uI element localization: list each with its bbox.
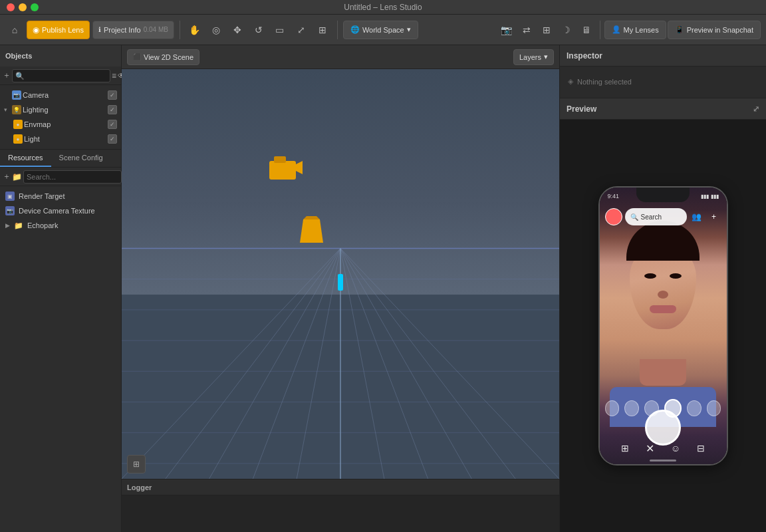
preview-header: Preview ⤢: [560, 98, 766, 120]
phone-snap-ui: 9:41 ▮▮▮ ▮▮▮ 🔍: [600, 188, 727, 464]
viewport-bottom-toolbar: ⊞: [127, 455, 146, 473]
light-label: Light: [24, 135, 106, 143]
display-icon: 🖥: [582, 25, 591, 35]
flip-icon: ⇄: [523, 25, 531, 35]
logger-header: Logger: [122, 479, 559, 495]
svg-marker-21: [296, 161, 303, 174]
light-visibility-check[interactable]: ✓: [108, 134, 117, 144]
envmap-visibility-check[interactable]: ✓: [108, 120, 117, 129]
grid-btn[interactable]: ⊞: [537, 21, 556, 39]
yellow-object-top: [266, 151, 306, 190]
snap-search-bar[interactable]: 🔍 Search: [625, 208, 687, 225]
tree-arrow-lighting: ▾: [4, 106, 11, 113]
lenses-icon: 👤: [612, 25, 621, 34]
tree-item-camera[interactable]: 📷 Camera ✓: [0, 88, 121, 102]
moon-icon: ☽: [562, 25, 571, 35]
camera-icon: 📷: [501, 25, 512, 35]
preview-snapchat-button[interactable]: 📱 Preview in Snapchat: [668, 21, 761, 39]
objects-section: Objects ＋ ≡ 👁 ▼ 📷 Camera ✓ ▾: [0, 45, 121, 150]
my-lenses-button[interactable]: 👤 My Lenses: [604, 21, 666, 39]
project-info-button[interactable]: ℹ Project Info 0.04 MB: [92, 21, 174, 39]
globe-icon: 🌐: [350, 25, 360, 34]
flip-btn[interactable]: ⇄: [517, 21, 536, 39]
close-button[interactable]: [7, 3, 15, 11]
extra-tool-button[interactable]: ⊞: [313, 21, 332, 39]
viewport-grid-icon: ⊞: [133, 460, 140, 469]
objects-list-view-button[interactable]: ≡: [112, 68, 116, 83]
capture-spacer-left: [617, 419, 634, 436]
lighting-label: Lighting: [23, 106, 106, 114]
window-title: Untitled – Lens Studio: [344, 3, 422, 12]
close-circle-icon[interactable]: ✕: [646, 442, 654, 455]
tree-item-envmap[interactable]: ● Envmap ✓: [0, 117, 121, 132]
preview-content: 9:41 ▮▮▮ ▮▮▮ 🔍: [560, 120, 766, 532]
move-icon: ✋: [189, 25, 200, 35]
tree-item-lighting[interactable]: ▾ 💡 Lighting ✓: [0, 102, 121, 117]
preview-pop-out-button[interactable]: ⤢: [753, 104, 759, 114]
transform-tool-button[interactable]: ✥: [228, 21, 247, 39]
friends-icon: 👥: [690, 209, 704, 224]
memories-icon[interactable]: ⊞: [621, 443, 629, 454]
viewport-grid: [122, 172, 559, 479]
camera-overlay-btn[interactable]: 📷: [497, 21, 516, 39]
view-2d-button[interactable]: ⬛ View 2D Scene: [127, 49, 199, 65]
scale-tool-button[interactable]: ⤢: [292, 21, 311, 39]
moon-btn[interactable]: ☽: [557, 21, 576, 39]
resource-folder-button[interactable]: 📁: [12, 170, 22, 184]
move-tool-button[interactable]: ✋: [186, 21, 204, 39]
select-tool-button[interactable]: ◎: [207, 21, 225, 39]
battery-icon: ▮▮▮: [711, 194, 719, 200]
res-item-render-target[interactable]: ▣ Render Target: [0, 189, 121, 203]
res-item-device-camera[interactable]: 📷 Device Camera Texture: [0, 203, 121, 218]
camera-label: Camera: [23, 91, 106, 99]
svg-line-11: [340, 249, 559, 479]
resources-search-input[interactable]: [23, 170, 122, 184]
undo-button[interactable]: ↺: [249, 21, 268, 39]
render-target-label: Render Target: [19, 192, 65, 200]
objects-search-input[interactable]: [12, 69, 110, 82]
undo-icon: ↺: [255, 25, 263, 35]
inspector-header: Inspector: [560, 45, 766, 66]
maximize-button[interactable]: [31, 3, 39, 11]
nothing-selected: ◈ Nothing selected: [560, 66, 766, 96]
capture-spacer-right: [692, 419, 709, 436]
tab-scene-config[interactable]: Scene Config: [51, 150, 111, 167]
grid-view-icon[interactable]: ⊟: [697, 443, 705, 454]
camera-visibility-check[interactable]: ✓: [108, 90, 117, 100]
viewport-toolbar: ⬛ View 2D Scene Layers ▾: [122, 45, 559, 69]
svg-rect-22: [274, 156, 286, 163]
center-panel: ⬛ View 2D Scene Layers ▾ Triangles 0 0 B…: [122, 45, 560, 532]
phone-notch: [636, 188, 690, 202]
rect-tool-button[interactable]: ▭: [271, 21, 289, 39]
add-resource-button[interactable]: ＋: [3, 170, 11, 184]
phone-action-row: ⊞ ✕ ☺ ⊟: [600, 438, 727, 459]
chair-object-icon: [297, 213, 326, 246]
view-2d-icon: ⬛: [133, 53, 141, 61]
add-object-button[interactable]: ＋: [3, 68, 11, 83]
svg-marker-23: [300, 219, 323, 243]
snap-avatar: [605, 208, 622, 225]
resources-list: ▣ Render Target 📷 Device Camera Texture …: [0, 186, 121, 532]
svg-line-8: [340, 249, 428, 479]
res-item-echopark[interactable]: ▶ 📁 Echopark: [0, 218, 121, 233]
tree-item-light[interactable]: ● Light ✓: [0, 132, 121, 146]
viewport-3d-container[interactable]: Triangles 0 0 Blendshapes 0 0 Joints 0 0: [122, 69, 559, 479]
lighting-tree-icon: 💡: [12, 105, 21, 114]
lighting-visibility-check[interactable]: ✓: [108, 105, 117, 114]
cyan-axis-indicator: [338, 274, 343, 291]
svg-line-2: [166, 249, 340, 479]
window-controls[interactable]: [7, 3, 39, 11]
layers-button[interactable]: Layers ▾: [513, 49, 554, 65]
home-button[interactable]: ⌂: [5, 21, 24, 39]
viewport-icon-button[interactable]: ⊞: [127, 455, 146, 473]
tab-resources[interactable]: Resources: [0, 150, 51, 167]
publish-icon: ◉: [33, 25, 39, 35]
world-space-button[interactable]: 🌐 World Space ▾: [343, 21, 418, 39]
logger-panel: Logger: [122, 479, 559, 532]
minimize-button[interactable]: [19, 3, 27, 11]
publish-lens-button[interactable]: ◉ Publish Lens: [27, 21, 90, 39]
display-btn[interactable]: 🖥: [577, 21, 596, 39]
toolbar-sep-2: [337, 21, 338, 39]
stickers-icon[interactable]: ☺: [671, 443, 680, 454]
viewport-3d: ⊞: [122, 69, 559, 479]
